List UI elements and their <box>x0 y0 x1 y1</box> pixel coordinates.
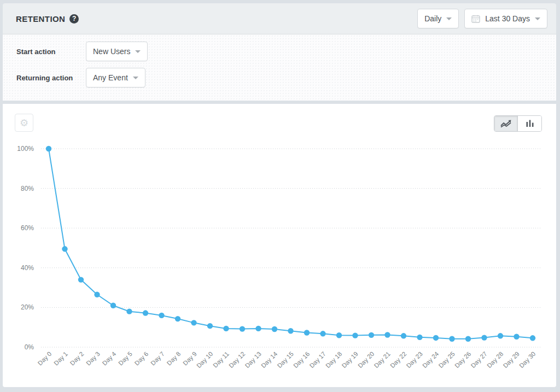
x-axis-tick: Day 28 <box>486 350 504 369</box>
data-point[interactable] <box>530 335 535 341</box>
x-axis-tick: Day 14 <box>260 350 279 370</box>
x-axis-tick: Day 17 <box>308 350 327 369</box>
start-action-label: Start action <box>16 48 86 56</box>
chart-panel: ⚙ 0%20%40%60%80%100%Day 0Day 1Day 2Day 3… <box>3 104 556 387</box>
x-axis-tick: Day 13 <box>244 350 262 369</box>
x-axis-tick: Day 3 <box>85 350 101 367</box>
x-axis-tick: Day 8 <box>166 350 182 367</box>
data-point[interactable] <box>62 246 67 251</box>
data-point[interactable] <box>465 336 471 342</box>
chevron-down-icon <box>535 17 540 20</box>
y-axis-tick: 0% <box>25 343 34 351</box>
data-point[interactable] <box>417 335 422 340</box>
x-axis-tick: Day 26 <box>453 350 472 369</box>
x-axis-tick: Day 27 <box>470 350 488 369</box>
y-axis-tick: 20% <box>21 303 34 311</box>
chevron-down-icon <box>135 50 141 53</box>
x-axis-tick: Day 4 <box>101 350 118 367</box>
x-axis-tick: Day 16 <box>292 350 311 369</box>
page-title: RETENTION <box>16 14 65 24</box>
data-point[interactable] <box>46 146 51 151</box>
x-axis-tick: Day 30 <box>518 350 536 369</box>
data-point[interactable] <box>304 330 310 335</box>
start-action-select[interactable]: New Users <box>86 42 148 61</box>
data-point[interactable] <box>143 310 148 315</box>
x-axis-tick: Day 25 <box>438 350 456 369</box>
date-range-value: Last 30 Days <box>485 14 530 23</box>
y-axis-tick: 60% <box>21 224 34 232</box>
returning-action-row: Returning action Any Event <box>16 68 556 87</box>
x-axis-tick: Day 5 <box>117 350 133 367</box>
data-point[interactable] <box>191 320 196 325</box>
retention-report: RETENTION ? Daily Last 30 Days <box>3 3 556 387</box>
data-point[interactable] <box>159 313 164 318</box>
data-point[interactable] <box>272 326 277 332</box>
data-point[interactable] <box>110 303 116 308</box>
returning-action-value: Any Event <box>93 73 128 82</box>
data-point[interactable] <box>223 326 229 331</box>
retention-line-chart: 0%20%40%60%80%100%Day 0Day 1Day 2Day 3Da… <box>3 126 556 387</box>
data-point[interactable] <box>401 333 406 338</box>
data-point[interactable] <box>78 277 84 282</box>
data-point[interactable] <box>449 336 454 342</box>
data-point[interactable] <box>352 332 358 338</box>
chevron-down-icon <box>133 77 138 79</box>
data-point[interactable] <box>255 326 261 331</box>
x-axis-tick: Day 22 <box>389 350 407 369</box>
data-point[interactable] <box>288 328 293 334</box>
y-axis-tick: 100% <box>17 145 34 153</box>
x-axis-tick: Day 19 <box>341 350 359 369</box>
data-point[interactable] <box>320 331 325 336</box>
x-axis-tick: Day 12 <box>228 350 246 369</box>
data-point[interactable] <box>369 332 374 338</box>
data-point[interactable] <box>336 332 342 338</box>
x-axis-tick: Day 0 <box>37 350 53 367</box>
data-point[interactable] <box>207 323 213 329</box>
data-point[interactable] <box>514 334 519 340</box>
data-point[interactable] <box>384 332 390 337</box>
interval-dropdown[interactable]: Daily <box>417 9 459 28</box>
x-axis-tick: Day 21 <box>373 350 392 369</box>
data-point[interactable] <box>240 326 245 331</box>
x-axis-tick: Day 2 <box>69 350 85 367</box>
x-axis-tick: Day 15 <box>276 350 295 369</box>
start-action-value: New Users <box>93 47 130 56</box>
x-axis-tick: Day 24 <box>421 350 440 370</box>
chevron-down-icon <box>446 17 452 20</box>
x-axis-tick: Day 20 <box>357 350 375 369</box>
x-axis-tick: Day 1 <box>52 350 69 367</box>
y-axis-tick: 40% <box>21 264 34 272</box>
data-point[interactable] <box>94 292 100 297</box>
x-axis-tick: Day 10 <box>195 350 214 369</box>
data-point[interactable] <box>126 308 132 314</box>
y-axis-tick: 80% <box>21 185 34 192</box>
data-point[interactable] <box>175 316 180 321</box>
returning-action-label: Returning action <box>16 74 86 82</box>
date-range-dropdown[interactable]: Last 30 Days <box>464 9 547 28</box>
filter-panel: Start action New Users Returning action … <box>3 34 556 101</box>
data-point[interactable] <box>481 335 487 340</box>
interval-dropdown-value: Daily <box>424 14 441 23</box>
data-point[interactable] <box>498 333 503 338</box>
calendar-icon <box>471 15 480 23</box>
returning-action-select[interactable]: Any Event <box>86 68 145 87</box>
x-axis-tick: Day 11 <box>212 350 230 369</box>
help-icon[interactable]: ? <box>69 14 79 24</box>
report-header: RETENTION ? Daily Last 30 Days <box>3 3 556 34</box>
data-point[interactable] <box>433 335 439 341</box>
x-axis-tick: Day 23 <box>405 350 424 369</box>
x-axis-tick: Day 29 <box>502 350 521 369</box>
x-axis-tick: Day 7 <box>149 350 166 367</box>
start-action-row: Start action New Users <box>16 42 556 61</box>
x-axis-tick: Day 6 <box>133 350 150 367</box>
x-axis-tick: Day 18 <box>324 350 343 369</box>
